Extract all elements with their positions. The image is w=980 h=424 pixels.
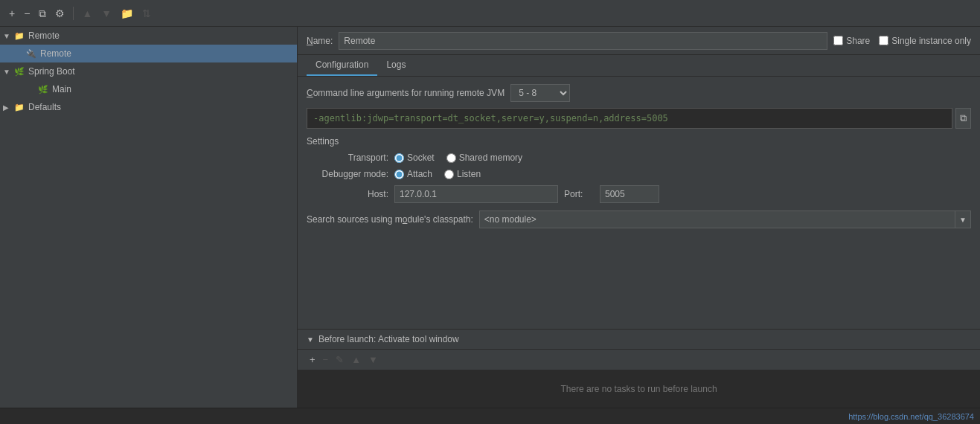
copy-icon: ⧉	[960, 112, 967, 124]
tree-item-remote-root[interactable]: ▼ 📁 Remote	[0, 27, 297, 45]
tree-item-remote-child[interactable]: 🔌 Remote	[0, 45, 297, 62]
host-label: Host:	[307, 189, 388, 199]
status-bar: https://blog.csdn.net/qq_36283674	[0, 408, 980, 424]
remote-icon: 🔌	[25, 48, 37, 60]
attach-label: Attach	[407, 169, 432, 179]
tab-logs[interactable]: Logs	[377, 55, 414, 76]
tree-item-spring-boot[interactable]: ▼ 🌿 Spring Boot	[0, 62, 297, 80]
host-input[interactable]	[394, 185, 558, 203]
bl-remove-button[interactable]: −	[320, 353, 332, 367]
attach-option[interactable]: Attach	[394, 169, 432, 179]
move-down-button[interactable]: ▼	[98, 7, 115, 20]
toolbar: + − ⧉ ⚙ ▲ ▼ 📁 ⇅	[0, 0, 980, 27]
search-sources-row: Search sources using module's classpath:…	[307, 211, 971, 228]
cmd-text-field[interactable]	[307, 108, 952, 129]
share-label: Share	[846, 36, 870, 46]
shared-memory-radio[interactable]	[446, 153, 456, 163]
before-launch-title: Before launch: Activate tool window	[318, 334, 459, 344]
main-area: ▼ 📁 Remote 🔌 Remote ▼ 🌿 Spring Boot 🌿 Ma…	[0, 27, 980, 408]
bl-add-button[interactable]: +	[307, 353, 318, 367]
share-checkbox-label[interactable]: Share	[833, 36, 870, 46]
version-select[interactable]: 5 - 8 9+	[510, 84, 570, 102]
port-input[interactable]	[600, 185, 659, 203]
before-launch-content: There are no tasks to run before launch	[298, 370, 980, 408]
config-name-input[interactable]	[339, 32, 827, 50]
search-underline: o	[403, 214, 408, 225]
socket-option[interactable]: Socket	[394, 152, 435, 163]
bl-down-button[interactable]: ▼	[365, 353, 381, 367]
listen-option[interactable]: Listen	[444, 169, 481, 179]
settings-config-button[interactable]: ⚙	[52, 7, 68, 20]
folder-button[interactable]: 📁	[118, 7, 136, 20]
single-instance-checkbox[interactable]	[879, 36, 888, 45]
tree-item-main[interactable]: 🌿 Main	[0, 80, 297, 98]
cmd-label: Command line arguments for running remot…	[307, 88, 505, 98]
before-launch-section: ▼ Before launch: Activate tool window + …	[298, 329, 980, 408]
shared-memory-label: Shared memory	[459, 152, 522, 163]
tabs-bar: Configuration Logs	[298, 55, 980, 77]
single-instance-label: Single instance only	[891, 36, 971, 46]
module-select-wrapper: <no module> ▼	[479, 211, 971, 228]
main-spring-icon: 🌿	[37, 83, 49, 95]
name-label: Name:	[307, 36, 333, 46]
before-launch-toolbar: + − ✎ ▲ ▼	[298, 350, 980, 370]
before-launch-chevron: ▼	[307, 335, 314, 344]
add-config-button[interactable]: +	[6, 7, 18, 20]
name-row: Name: Share Single instance only	[298, 27, 980, 55]
search-sources-label: Search sources using module's classpath:	[307, 214, 473, 225]
config-content: Command line arguments for running remot…	[298, 77, 980, 329]
before-launch-header[interactable]: ▼ Before launch: Activate tool window	[298, 330, 980, 350]
port-label: Port:	[564, 189, 594, 199]
chevron-spring-boot: ▼	[3, 68, 10, 76]
socket-radio[interactable]	[394, 153, 404, 163]
spring-icon: 🌿	[13, 65, 25, 77]
move-up-button[interactable]: ▲	[79, 7, 95, 20]
cmd-row: Command line arguments for running remot…	[307, 84, 971, 102]
copy-cmd-button[interactable]: ⧉	[955, 108, 971, 129]
debugger-mode-row: Debugger mode: Attach Listen	[307, 169, 971, 179]
header-right: Share Single instance only	[833, 36, 971, 46]
debugger-mode-radio-group: Attach Listen	[394, 169, 481, 179]
sort-button[interactable]: ⇅	[139, 7, 154, 20]
remove-config-button[interactable]: −	[21, 7, 33, 20]
chevron-remote-root: ▼	[3, 32, 10, 40]
folder-icon: 📁	[13, 30, 25, 42]
transport-row: Transport: Socket Shared memory	[307, 152, 971, 163]
attach-radio[interactable]	[394, 170, 404, 179]
listen-radio[interactable]	[444, 170, 454, 179]
debugger-mode-label: Debugger mode:	[307, 169, 388, 179]
settings-title: Settings	[307, 136, 971, 147]
transport-label: Transport:	[307, 152, 388, 163]
shared-memory-option[interactable]: Shared memory	[446, 152, 522, 163]
status-link[interactable]: https://blog.csdn.net/qq_36283674	[848, 412, 974, 421]
cmd-text-row: ⧉	[307, 108, 971, 129]
tree-item-defaults[interactable]: ▶ 📁 Defaults	[0, 98, 297, 116]
cmd-underline: C	[307, 88, 313, 98]
socket-label: Socket	[407, 152, 435, 163]
host-row: Host: Port:	[307, 185, 971, 203]
right-panel: Name: Share Single instance only Configu…	[298, 27, 980, 408]
no-tasks-text: There are no tasks to run before launch	[560, 384, 717, 394]
tree-label-defaults: Defaults	[28, 102, 61, 112]
module-dropdown-button[interactable]: ▼	[955, 211, 970, 228]
listen-label: Listen	[457, 169, 481, 179]
tree-label-remote-child: Remote	[40, 48, 71, 59]
run-config-tree: ▼ 📁 Remote 🔌 Remote ▼ 🌿 Spring Boot 🌿 Ma…	[0, 27, 298, 408]
tab-configuration[interactable]: Configuration	[307, 55, 377, 76]
toolbar-separator-1	[73, 7, 74, 20]
transport-radio-group: Socket Shared memory	[394, 152, 522, 163]
module-select[interactable]: <no module>	[480, 211, 955, 228]
tree-label-spring-boot: Spring Boot	[28, 66, 75, 77]
bl-up-button[interactable]: ▲	[348, 353, 364, 367]
defaults-folder-icon: 📁	[13, 101, 25, 113]
settings-section: Settings Transport: Socket Shared memory	[307, 136, 971, 203]
bl-edit-button[interactable]: ✎	[333, 353, 347, 367]
tree-label-main: Main	[52, 84, 71, 94]
name-underline: N	[307, 36, 313, 46]
tree-label-remote-root: Remote	[28, 30, 60, 41]
copy-config-button[interactable]: ⧉	[36, 7, 49, 20]
single-instance-checkbox-label[interactable]: Single instance only	[879, 36, 971, 46]
chevron-defaults: ▶	[3, 103, 10, 112]
share-checkbox[interactable]	[833, 36, 843, 45]
